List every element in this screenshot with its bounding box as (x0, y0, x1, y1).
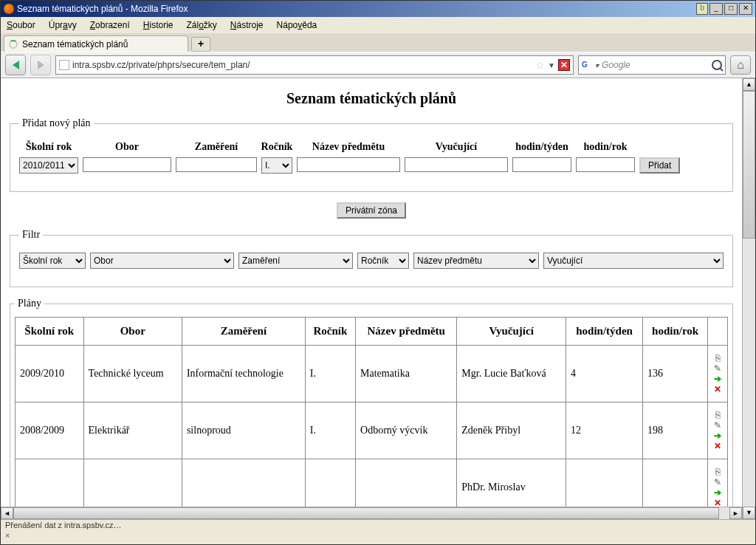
scroll-down-button[interactable]: ▼ (743, 507, 755, 519)
new-tab-button[interactable]: + (191, 37, 210, 52)
add-plan-legend: Přidat nový plán (19, 117, 94, 129)
cell-year: I. (305, 346, 355, 402)
menu-bar: Soubor Úpravy Zobrazení Historie Záložky… (1, 17, 755, 33)
edit-icon[interactable]: ✎ (714, 477, 721, 487)
filter-school-year[interactable]: Školní rok (19, 253, 86, 269)
menu-file[interactable]: Soubor (7, 20, 35, 30)
label-teacher: Vyučující (436, 141, 477, 153)
horizontal-scrollbar[interactable]: ◄ ► (1, 507, 742, 519)
edit-icon[interactable]: ✎ (714, 363, 721, 374)
open-icon[interactable]: ➔ (714, 487, 721, 498)
input-subject[interactable] (297, 157, 400, 172)
url-dropdown-icon[interactable]: ▼ (548, 61, 555, 69)
cell-hpw: 12 (566, 402, 643, 459)
select-school-year[interactable]: 2010/2011 (19, 157, 78, 174)
loading-spinner-icon (9, 40, 18, 49)
cell-hpw: 4 (566, 346, 643, 402)
filter-branch[interactable]: Obor (90, 253, 234, 269)
select-year[interactable]: I. (261, 157, 292, 174)
horizontal-scroll-thumb[interactable] (13, 507, 719, 519)
cell-branch: Elektrikář (83, 402, 182, 459)
vertical-scroll-thumb[interactable] (743, 91, 755, 239)
page-title: Seznam tématických plánů (10, 90, 733, 107)
cell-school_year: 2009/2010 (16, 346, 84, 402)
url-bar[interactable]: intra.spsbv.cz/private/phprs/secure/tem_… (55, 55, 574, 75)
window-titlebar: Seznam tématických plánů - Mozilla Firef… (1, 1, 755, 17)
close-window-button[interactable]: ✕ (739, 3, 752, 15)
copy-icon[interactable]: ⎘ (715, 410, 721, 420)
scroll-left-button[interactable]: ◄ (1, 507, 13, 519)
th-focus: Zaměření (182, 318, 305, 346)
navigation-toolbar: intra.spsbv.cz/private/phprs/secure/tem_… (1, 52, 755, 78)
filter-year[interactable]: Ročník (357, 253, 409, 269)
th-hpy: hodin/rok (643, 318, 708, 346)
tab-strip: Seznam tématických plánů + (1, 33, 755, 52)
edit-icon[interactable]: ✎ (714, 420, 721, 431)
table-row: 2009/2010Technické lyceumInformační tech… (16, 346, 728, 402)
menu-edit[interactable]: Úpravy (49, 20, 77, 30)
vertical-scrollbar[interactable]: ▲ ▼ (742, 78, 755, 519)
menu-view[interactable]: Zobrazení (90, 20, 130, 30)
minimize-button[interactable]: _ (709, 3, 723, 15)
menu-bookmarks[interactable]: Záložky (186, 20, 216, 30)
input-branch[interactable] (83, 157, 171, 172)
bookmark-star-icon[interactable]: ☆ (535, 59, 545, 71)
status-text: Přenášení dat z intra.spsbv.cz… (5, 521, 122, 529)
filter-fieldset: Filtr Školní rok Obor Zaměření Ročník Ná… (10, 229, 733, 287)
input-hours-per-year[interactable] (576, 157, 635, 172)
cell-subject: Matematika (356, 346, 457, 402)
filter-subject[interactable]: Název předmětu (413, 253, 539, 269)
status-bar: Přenášení dat z intra.spsbv.cz… × (1, 519, 755, 544)
input-hours-per-week[interactable] (512, 157, 571, 172)
private-zone-button[interactable]: Privátní zóna (337, 202, 406, 219)
browser-tab[interactable]: Seznam tématických plánů (4, 35, 188, 52)
window-title: Seznam tématických plánů - Mozilla Firef… (17, 4, 188, 14)
arrow-right-icon (38, 61, 44, 69)
label-subject: Název předmětu (312, 141, 385, 153)
menu-help[interactable]: Nápověda (277, 20, 317, 30)
label-school-year: Školní rok (26, 141, 72, 153)
cell-actions: ⎘✎➔✕ (708, 346, 728, 402)
home-button[interactable]: ⌂ (730, 55, 751, 75)
page-viewport: Seznam tématických plánů Přidat nový plá… (1, 78, 742, 519)
menu-tools[interactable]: Nástroje (230, 20, 264, 30)
cell-focus: silnoproud (182, 402, 305, 459)
menu-history[interactable]: Historie (143, 20, 173, 30)
google-icon (582, 60, 592, 70)
input-teacher[interactable] (405, 157, 508, 172)
stop-button[interactable]: ✕ (558, 59, 570, 71)
input-focus[interactable] (176, 157, 257, 172)
url-text: intra.spsbv.cz/private/phprs/secure/tem_… (72, 60, 532, 70)
scroll-up-button[interactable]: ▲ (743, 78, 755, 91)
filter-focus[interactable]: Zaměření (238, 253, 353, 269)
search-engine-dropdown-icon[interactable]: ▾ (595, 61, 599, 69)
cell-subject: Odborný výcvik (356, 402, 457, 459)
back-button[interactable] (5, 55, 26, 75)
label-hpy: hodin/rok (584, 141, 628, 153)
status-close-icon[interactable]: × (5, 531, 10, 540)
add-button[interactable]: Přidat (639, 157, 680, 174)
page-icon (59, 60, 69, 70)
filter-teacher[interactable]: Vyučující (543, 253, 724, 269)
maximize-button[interactable]: □ (724, 3, 738, 15)
forward-button[interactable] (30, 55, 51, 75)
th-branch: Obor (83, 318, 182, 346)
search-submit-icon[interactable] (712, 60, 722, 70)
bookmark-indicator-button[interactable]: b (696, 3, 708, 15)
delete-icon[interactable]: ✕ (714, 384, 721, 394)
th-hpw: hodin/týden (566, 318, 643, 346)
cell-branch: Technické lyceum (83, 346, 182, 402)
open-icon[interactable]: ➔ (714, 431, 721, 441)
plans-fieldset: Plány Školní rok Obor Zaměření Ročník Ná… (10, 298, 733, 519)
open-icon[interactable]: ➔ (714, 374, 721, 384)
copy-icon[interactable]: ⎘ (715, 467, 721, 477)
label-branch: Obor (115, 141, 139, 153)
cell-year: I. (305, 402, 355, 459)
scroll-right-button[interactable]: ► (729, 507, 742, 519)
copy-icon[interactable]: ⎘ (715, 353, 721, 363)
search-bar[interactable]: ▾ Google (578, 55, 726, 75)
tab-title: Seznam tématických plánů (22, 39, 128, 49)
firefox-icon (4, 4, 14, 14)
delete-icon[interactable]: ✕ (714, 441, 721, 451)
cell-hpy: 198 (643, 402, 708, 459)
